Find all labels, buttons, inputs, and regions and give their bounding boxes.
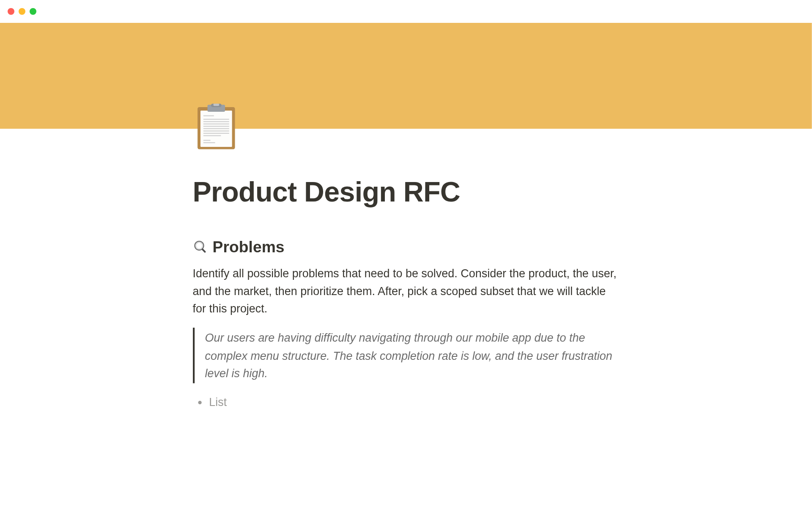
window-close-button[interactable] [8, 8, 14, 15]
svg-rect-8 [203, 124, 229, 124]
section-heading-text: Problems [213, 238, 285, 256]
svg-rect-11 [203, 130, 229, 131]
page-icon-clipboard[interactable] [195, 104, 236, 151]
page-title[interactable]: Product Design RFC [193, 129, 620, 207]
problems-quote[interactable]: Our users are having difficulty navigati… [193, 328, 620, 384]
window-titlebar [0, 0, 812, 23]
problems-list[interactable]: List [193, 394, 620, 411]
window-minimize-button[interactable] [19, 8, 25, 15]
page-cover[interactable] [0, 23, 812, 129]
svg-rect-10 [203, 128, 229, 129]
svg-rect-14 [203, 140, 210, 141]
svg-rect-12 [203, 133, 229, 134]
svg-rect-18 [201, 248, 206, 253]
svg-rect-5 [203, 115, 214, 116]
page-content: Product Design RFC Problems Identify all… [193, 129, 620, 434]
svg-rect-6 [203, 119, 229, 120]
svg-point-17 [196, 243, 202, 249]
window-maximize-button[interactable] [30, 8, 36, 15]
svg-rect-9 [203, 126, 229, 127]
clipboard-icon [195, 104, 236, 151]
section-body-problems[interactable]: Identify all possible problems that need… [193, 264, 620, 317]
svg-rect-13 [203, 135, 220, 136]
svg-rect-4 [213, 104, 219, 106]
magnifying-glass-icon [193, 240, 208, 255]
svg-rect-15 [203, 142, 215, 143]
list-item-placeholder[interactable]: List [209, 394, 619, 411]
section-heading-problems[interactable]: Problems [193, 238, 620, 256]
svg-rect-7 [203, 121, 229, 122]
